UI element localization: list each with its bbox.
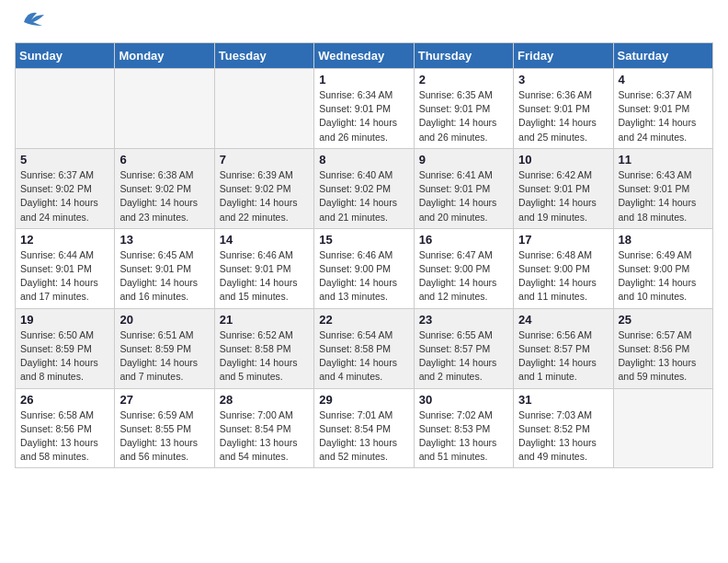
day-info: Sunrise: 6:52 AMSunset: 8:58 PMDaylight:… — [220, 328, 309, 385]
weekday-header-monday: Monday — [115, 43, 214, 69]
day-number: 1 — [319, 73, 408, 86]
day-info: Sunrise: 7:02 AMSunset: 8:53 PMDaylight:… — [419, 408, 508, 465]
day-info: Sunrise: 6:49 AMSunset: 9:00 PMDaylight:… — [619, 248, 708, 304]
day-info: Sunrise: 6:58 AMSunset: 8:56 PMDaylight:… — [20, 408, 109, 465]
day-info: Sunrise: 6:41 AMSunset: 9:01 PMDaylight:… — [419, 168, 508, 224]
calendar-cell: 22Sunrise: 6:54 AMSunset: 8:58 PMDayligh… — [314, 308, 414, 388]
calendar-cell: 24Sunrise: 6:56 AMSunset: 8:57 PMDayligh… — [514, 308, 613, 388]
calendar-cell: 28Sunrise: 7:00 AMSunset: 8:54 PMDayligh… — [214, 388, 313, 468]
calendar-week-row: 1Sunrise: 6:34 AMSunset: 9:01 PMDaylight… — [16, 69, 713, 149]
day-number: 20 — [119, 313, 209, 327]
weekday-header-sunday: Sunday — [16, 43, 115, 69]
day-info: Sunrise: 7:00 AMSunset: 8:54 PMDaylight:… — [220, 408, 309, 465]
calendar-cell: 25Sunrise: 6:57 AMSunset: 8:56 PMDayligh… — [613, 308, 712, 388]
day-info: Sunrise: 6:50 AMSunset: 8:59 PMDaylight:… — [20, 328, 109, 385]
calendar-cell — [16, 69, 115, 149]
day-number: 31 — [518, 393, 608, 407]
day-number: 19 — [20, 313, 109, 327]
day-number: 3 — [518, 73, 608, 86]
calendar-week-row: 19Sunrise: 6:50 AMSunset: 8:59 PMDayligh… — [16, 308, 713, 388]
day-number: 10 — [518, 153, 608, 167]
day-info: Sunrise: 6:48 AMSunset: 9:00 PMDaylight:… — [518, 248, 608, 304]
calendar-cell: 10Sunrise: 6:42 AMSunset: 9:01 PMDayligh… — [514, 148, 613, 228]
day-info: Sunrise: 6:37 AMSunset: 9:01 PMDaylight:… — [619, 88, 708, 144]
calendar-cell: 5Sunrise: 6:37 AMSunset: 9:02 PMDaylight… — [16, 148, 115, 228]
calendar-cell: 8Sunrise: 6:40 AMSunset: 9:02 PMDaylight… — [314, 148, 414, 228]
day-number: 2 — [419, 73, 508, 86]
day-number: 30 — [419, 393, 508, 407]
day-number: 11 — [619, 153, 708, 167]
weekday-header-thursday: Thursday — [414, 43, 513, 69]
calendar-cell: 30Sunrise: 7:02 AMSunset: 8:53 PMDayligh… — [414, 388, 513, 468]
day-info: Sunrise: 6:47 AMSunset: 9:00 PMDaylight:… — [419, 248, 508, 304]
day-info: Sunrise: 6:56 AMSunset: 8:57 PMDaylight:… — [518, 328, 608, 385]
calendar-header-row: SundayMondayTuesdayWednesdayThursdayFrid… — [16, 43, 713, 69]
calendar-cell: 23Sunrise: 6:55 AMSunset: 8:57 PMDayligh… — [414, 308, 513, 388]
weekday-header-wednesday: Wednesday — [314, 43, 414, 69]
weekday-header-saturday: Saturday — [613, 43, 712, 69]
day-number: 14 — [220, 233, 309, 247]
calendar-cell: 6Sunrise: 6:38 AMSunset: 9:02 PMDaylight… — [115, 148, 214, 228]
weekday-header-friday: Friday — [514, 43, 613, 69]
day-number: 21 — [220, 313, 309, 327]
day-number: 4 — [619, 73, 708, 86]
day-info: Sunrise: 6:55 AMSunset: 8:57 PMDaylight:… — [419, 328, 508, 385]
day-info: Sunrise: 7:03 AMSunset: 8:52 PMDaylight:… — [518, 408, 608, 465]
day-info: Sunrise: 6:39 AMSunset: 9:02 PMDaylight:… — [220, 168, 309, 224]
day-info: Sunrise: 6:45 AMSunset: 9:01 PMDaylight:… — [119, 248, 209, 304]
weekday-header-tuesday: Tuesday — [214, 43, 313, 69]
calendar-cell: 17Sunrise: 6:48 AMSunset: 9:00 PMDayligh… — [514, 228, 613, 308]
day-number: 24 — [518, 313, 608, 327]
day-number: 9 — [419, 153, 508, 167]
calendar-cell: 12Sunrise: 6:44 AMSunset: 9:01 PMDayligh… — [16, 228, 115, 308]
calendar-cell: 1Sunrise: 6:34 AMSunset: 9:01 PMDaylight… — [314, 69, 414, 149]
day-info: Sunrise: 6:57 AMSunset: 8:56 PMDaylight:… — [619, 328, 708, 385]
calendar-cell: 18Sunrise: 6:49 AMSunset: 9:00 PMDayligh… — [613, 228, 712, 308]
day-number: 17 — [518, 233, 608, 247]
day-number: 23 — [419, 313, 508, 327]
day-number: 12 — [20, 233, 109, 247]
day-info: Sunrise: 6:46 AMSunset: 9:01 PMDaylight:… — [220, 248, 309, 304]
calendar-cell: 26Sunrise: 6:58 AMSunset: 8:56 PMDayligh… — [16, 388, 115, 468]
calendar-cell: 3Sunrise: 6:36 AMSunset: 9:01 PMDaylight… — [514, 69, 613, 149]
day-number: 29 — [319, 393, 408, 407]
day-info: Sunrise: 6:36 AMSunset: 9:01 PMDaylight:… — [518, 88, 608, 144]
calendar-week-row: 5Sunrise: 6:37 AMSunset: 9:02 PMDaylight… — [16, 148, 713, 228]
calendar-cell: 14Sunrise: 6:46 AMSunset: 9:01 PMDayligh… — [214, 228, 313, 308]
calendar-cell: 11Sunrise: 6:43 AMSunset: 9:01 PMDayligh… — [613, 148, 712, 228]
day-info: Sunrise: 6:34 AMSunset: 9:01 PMDaylight:… — [319, 88, 408, 144]
day-info: Sunrise: 6:59 AMSunset: 8:55 PMDaylight:… — [119, 408, 209, 465]
day-info: Sunrise: 6:46 AMSunset: 9:00 PMDaylight:… — [319, 248, 408, 304]
calendar-cell: 19Sunrise: 6:50 AMSunset: 8:59 PMDayligh… — [16, 308, 115, 388]
day-number: 16 — [419, 233, 508, 247]
day-number: 22 — [319, 313, 408, 327]
day-number: 28 — [220, 393, 309, 407]
day-info: Sunrise: 6:40 AMSunset: 9:02 PMDaylight:… — [319, 168, 408, 224]
calendar-week-row: 26Sunrise: 6:58 AMSunset: 8:56 PMDayligh… — [16, 388, 713, 468]
calendar-cell: 27Sunrise: 6:59 AMSunset: 8:55 PMDayligh… — [115, 388, 214, 468]
calendar-cell: 15Sunrise: 6:46 AMSunset: 9:00 PMDayligh… — [314, 228, 414, 308]
day-info: Sunrise: 6:35 AMSunset: 9:01 PMDaylight:… — [419, 88, 508, 144]
day-info: Sunrise: 6:51 AMSunset: 8:59 PMDaylight:… — [119, 328, 209, 385]
day-info: Sunrise: 6:37 AMSunset: 9:02 PMDaylight:… — [20, 168, 109, 224]
calendar-cell: 21Sunrise: 6:52 AMSunset: 8:58 PMDayligh… — [214, 308, 313, 388]
calendar-cell — [214, 69, 313, 149]
calendar-cell: 7Sunrise: 6:39 AMSunset: 9:02 PMDaylight… — [214, 148, 313, 228]
day-number: 7 — [220, 153, 309, 167]
day-number: 26 — [20, 393, 109, 407]
calendar-cell: 2Sunrise: 6:35 AMSunset: 9:01 PMDaylight… — [414, 69, 513, 149]
calendar-cell: 9Sunrise: 6:41 AMSunset: 9:01 PMDaylight… — [414, 148, 513, 228]
day-number: 27 — [119, 393, 209, 407]
day-info: Sunrise: 6:42 AMSunset: 9:01 PMDaylight:… — [518, 168, 608, 224]
calendar-week-row: 12Sunrise: 6:44 AMSunset: 9:01 PMDayligh… — [16, 228, 713, 308]
logo-bird-icon — [18, 7, 46, 28]
day-number: 6 — [119, 153, 209, 167]
calendar-cell: 20Sunrise: 6:51 AMSunset: 8:59 PMDayligh… — [115, 308, 214, 388]
day-number: 5 — [20, 153, 109, 167]
calendar-cell: 13Sunrise: 6:45 AMSunset: 9:01 PMDayligh… — [115, 228, 214, 308]
calendar-cell: 31Sunrise: 7:03 AMSunset: 8:52 PMDayligh… — [514, 388, 613, 468]
day-number: 8 — [319, 153, 408, 167]
calendar-cell: 16Sunrise: 6:47 AMSunset: 9:00 PMDayligh… — [414, 228, 513, 308]
calendar-cell: 29Sunrise: 7:01 AMSunset: 8:54 PMDayligh… — [314, 388, 414, 468]
day-number: 18 — [619, 233, 708, 247]
